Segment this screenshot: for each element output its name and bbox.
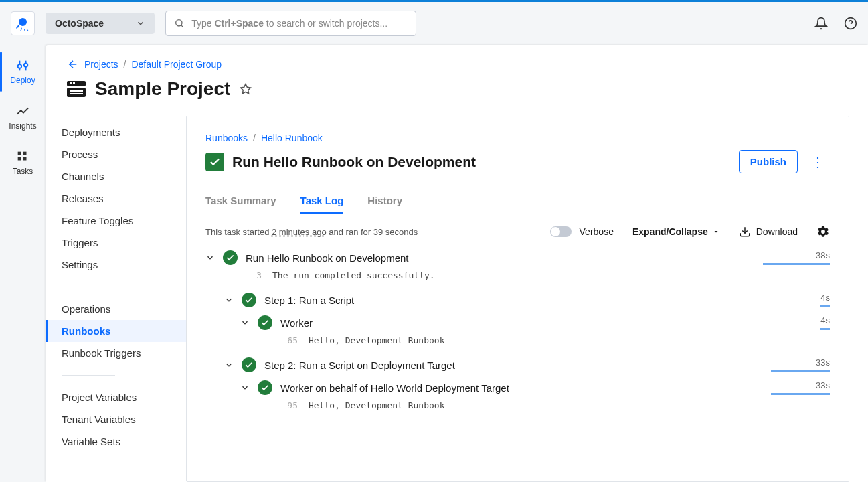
sidebar-item-settings[interactable]: Settings bbox=[46, 254, 186, 276]
tab-history[interactable]: History bbox=[367, 189, 402, 214]
sidebar-item-releases[interactable]: Releases bbox=[46, 187, 186, 210]
nav-rail: Deploy Insights Tasks bbox=[0, 45, 46, 482]
octopus-icon bbox=[15, 15, 31, 31]
back-arrow-icon[interactable] bbox=[67, 58, 79, 70]
global-search[interactable]: Type Ctrl+Space to search or switch proj… bbox=[165, 11, 416, 36]
notifications-icon[interactable] bbox=[814, 17, 828, 30]
chevron-down-icon bbox=[240, 383, 250, 392]
product-logo[interactable] bbox=[11, 11, 35, 35]
gear-icon[interactable] bbox=[816, 225, 830, 238]
log-row-step2-worker[interactable]: Worker on behalf of Hello World Deployme… bbox=[205, 380, 830, 395]
space-name: OctoSpace bbox=[55, 18, 104, 29]
svg-rect-10 bbox=[23, 157, 27, 161]
search-icon bbox=[174, 18, 185, 29]
deploy-icon bbox=[15, 58, 30, 73]
svg-rect-13 bbox=[70, 82, 72, 84]
overflow-menu[interactable]: ⋮ bbox=[806, 151, 830, 173]
status-badge bbox=[205, 153, 224, 171]
divider bbox=[62, 287, 115, 287]
svg-point-0 bbox=[19, 18, 27, 26]
sidebar-item-channels[interactable]: Channels bbox=[46, 165, 186, 187]
svg-rect-7 bbox=[18, 152, 21, 155]
verbose-label: Verbose bbox=[580, 226, 614, 237]
inner-breadcrumb: Runbooks / Hello Runbook bbox=[205, 133, 830, 143]
svg-line-2 bbox=[181, 25, 183, 27]
svg-rect-15 bbox=[67, 88, 86, 97]
tab-task-log[interactable]: Task Log bbox=[300, 189, 344, 214]
log-line: 95 Hello, Development Runbook bbox=[205, 395, 830, 410]
check-icon bbox=[209, 156, 221, 168]
status-success-icon bbox=[242, 357, 256, 372]
svg-rect-16 bbox=[70, 90, 83, 92]
log-line: 65 Hello, Development Runbook bbox=[205, 330, 830, 345]
content-card: Runbooks / Hello Runbook Run Hello Runbo… bbox=[186, 116, 849, 482]
space-switcher[interactable]: OctoSpace bbox=[46, 13, 155, 34]
log-row-step1-worker[interactable]: Worker 4s bbox=[205, 315, 830, 330]
status-success-icon bbox=[223, 250, 238, 265]
svg-point-6 bbox=[24, 63, 28, 67]
download-icon bbox=[739, 226, 751, 238]
tab-task-summary[interactable]: Task Summary bbox=[205, 189, 276, 214]
svg-point-5 bbox=[18, 64, 22, 68]
project-icon bbox=[67, 81, 86, 97]
crumb-group[interactable]: Default Project Group bbox=[131, 59, 222, 70]
project-sidebar: Deployments Process Channels Releases Fe… bbox=[46, 116, 186, 482]
help-icon[interactable] bbox=[844, 17, 857, 30]
chevron-down-icon bbox=[224, 360, 234, 370]
task-started-note: This task started 2 minutes ago and ran … bbox=[205, 227, 550, 237]
svg-rect-8 bbox=[18, 157, 21, 161]
crumb-hello-runbook[interactable]: Hello Runbook bbox=[261, 133, 323, 143]
rail-deploy[interactable]: Deploy bbox=[0, 58, 46, 85]
star-icon[interactable] bbox=[240, 83, 252, 95]
log-line: 3 The run completed successfully. bbox=[205, 265, 830, 280]
svg-rect-17 bbox=[70, 93, 83, 94]
download-button[interactable]: Download bbox=[739, 226, 798, 238]
runbook-title: Run Hello Runbook on Development bbox=[232, 154, 731, 170]
log-row-step1[interactable]: Step 1: Run a Script 4s bbox=[205, 293, 830, 307]
status-success-icon bbox=[258, 380, 272, 395]
expand-collapse[interactable]: Expand/Collapse bbox=[632, 226, 720, 237]
sidebar-item-runbook-triggers[interactable]: Runbook Triggers bbox=[46, 342, 186, 364]
chevron-down-icon bbox=[136, 19, 145, 28]
publish-button[interactable]: Publish bbox=[739, 150, 798, 173]
insights-icon bbox=[15, 104, 30, 118]
rail-tasks[interactable]: Tasks bbox=[0, 149, 46, 176]
svg-point-1 bbox=[176, 19, 182, 25]
search-placeholder: Type Ctrl+Space to search or switch proj… bbox=[191, 18, 387, 29]
chevron-down-icon bbox=[240, 318, 250, 327]
chevron-down-icon bbox=[224, 295, 234, 305]
svg-marker-18 bbox=[241, 84, 251, 94]
svg-rect-9 bbox=[23, 152, 27, 155]
sidebar-item-operations[interactable]: Operations bbox=[46, 298, 186, 320]
svg-rect-14 bbox=[73, 82, 75, 84]
sidebar-item-triggers[interactable]: Triggers bbox=[46, 232, 186, 254]
status-success-icon bbox=[242, 293, 256, 307]
log-row-step2[interactable]: Step 2: Run a Script on Deployment Targe… bbox=[205, 357, 830, 372]
verbose-toggle[interactable] bbox=[550, 226, 572, 237]
sidebar-item-tenant-variables[interactable]: Tenant Variables bbox=[46, 408, 186, 430]
breadcrumb: Projects / Default Project Group bbox=[46, 45, 868, 76]
status-success-icon bbox=[258, 315, 272, 330]
sidebar-item-process[interactable]: Process bbox=[46, 143, 186, 165]
sidebar-item-feature-toggles[interactable]: Feature Toggles bbox=[46, 210, 186, 232]
tasks-icon bbox=[15, 149, 30, 164]
sidebar-item-runbooks[interactable]: Runbooks bbox=[46, 320, 186, 342]
dropdown-triangle-icon bbox=[712, 228, 720, 236]
log-row-root[interactable]: Run Hello Runbook on Development 38s bbox=[205, 250, 830, 265]
sidebar-item-project-variables[interactable]: Project Variables bbox=[46, 386, 186, 408]
chevron-down-icon bbox=[205, 253, 215, 262]
crumb-runbooks[interactable]: Runbooks bbox=[205, 133, 248, 143]
page-title: Sample Project bbox=[95, 78, 230, 100]
tabs: Task Summary Task Log History bbox=[205, 189, 830, 214]
rail-insights[interactable]: Insights bbox=[0, 104, 46, 131]
sidebar-item-deployments[interactable]: Deployments bbox=[46, 121, 186, 143]
crumb-projects[interactable]: Projects bbox=[84, 59, 118, 70]
sidebar-item-variable-sets[interactable]: Variable Sets bbox=[46, 430, 186, 453]
divider bbox=[62, 375, 115, 376]
